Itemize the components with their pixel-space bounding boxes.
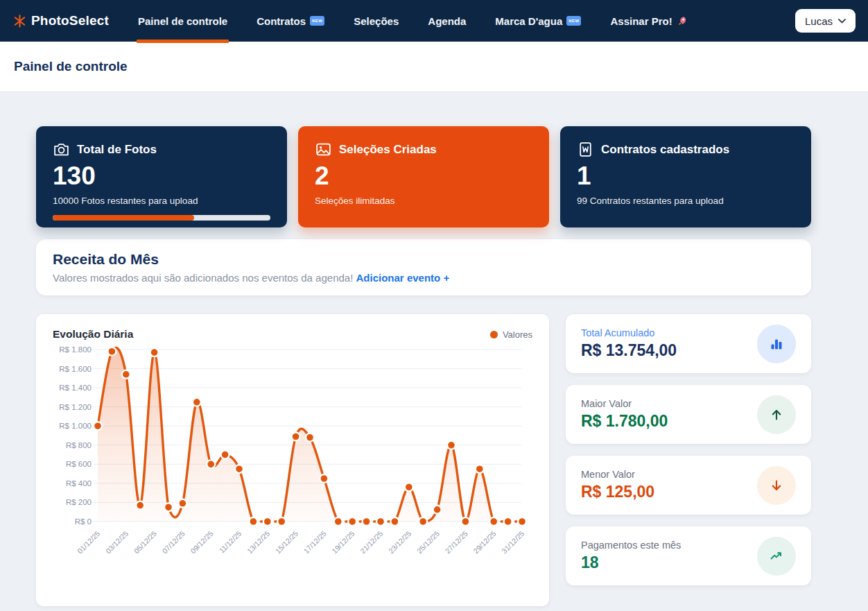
svg-text:21/12/25: 21/12/25 — [358, 529, 384, 555]
highest-value-card: Maior Valor R$ 1.780,00 — [566, 385, 811, 444]
nav-item-selecoes[interactable]: Seleções — [354, 0, 399, 42]
arrow-up-icon — [757, 395, 796, 434]
summary-value: 18 — [581, 553, 681, 572]
svg-text:05/12/25: 05/12/25 — [132, 529, 158, 555]
svg-text:R$ 600: R$ 600 — [66, 460, 92, 468]
stat-subtitle: 10000 Fotos restantes para upload — [53, 196, 270, 206]
chart-title: Evolução Diária — [53, 328, 133, 341]
payments-this-month-card: Pagamentos este mês 18 — [566, 526, 811, 585]
stat-value: 130 — [53, 162, 270, 191]
add-event-link[interactable]: Adicionar evento + — [356, 272, 450, 284]
svg-text:07/12/25: 07/12/25 — [160, 529, 186, 555]
nav-items: Painel de controle Contratos NEW Seleçõe… — [138, 0, 687, 42]
svg-text:11/12/25: 11/12/25 — [218, 529, 243, 555]
daily-evolution-chart-card: Evolução Diária Valores R$ 1.800R$ 1.600… — [36, 314, 549, 606]
svg-text:09/12/25: 09/12/25 — [189, 529, 214, 555]
legend-label: Valores — [503, 329, 532, 340]
user-menu-button[interactable]: Lucas — [795, 9, 856, 33]
stat-value: 1 — [577, 162, 795, 191]
total-photos-card: Total de Fotos 130 10000 Fotos restantes… — [36, 126, 287, 227]
lowest-value-card: Menor Valor R$ 125,00 — [566, 456, 811, 515]
contracts-registered-card: Contratos cadastrados 1 99 Contratos res… — [560, 126, 811, 227]
summary-value: R$ 125,00 — [581, 483, 654, 501]
photos-progress-track — [53, 215, 270, 221]
svg-text:17/12/25: 17/12/25 — [302, 529, 327, 555]
rocket-icon — [677, 16, 687, 26]
brand-name: PhotoSelect — [31, 13, 109, 28]
svg-text:R$ 1.200: R$ 1.200 — [59, 403, 92, 411]
nav-item-assinar-pro[interactable]: Assinar Pro! — [610, 0, 686, 42]
summary-label: Maior Valor — [581, 398, 668, 409]
top-navbar: PhotoSelect Painel de controle Contratos… — [0, 0, 868, 42]
svg-text:R$ 200: R$ 200 — [66, 498, 92, 506]
page-title: Painel de controle — [14, 59, 128, 74]
new-badge: NEW — [566, 16, 581, 26]
arrow-down-icon — [757, 466, 796, 505]
photos-progress-fill — [53, 215, 194, 221]
stat-title: Contratos cadastrados — [601, 143, 729, 157]
camera-icon — [53, 141, 70, 158]
svg-text:19/12/25: 19/12/25 — [330, 529, 356, 555]
nav-item-painel[interactable]: Painel de controle — [138, 0, 227, 42]
svg-text:01/12/25: 01/12/25 — [76, 529, 101, 555]
bar-chart-icon — [757, 325, 796, 363]
stat-cards-row: Total de Fotos 130 10000 Fotos restantes… — [36, 126, 811, 227]
svg-text:29/12/25: 29/12/25 — [471, 529, 497, 555]
stat-subtitle: Seleções ilimitadas — [315, 196, 532, 206]
svg-text:R$ 1.600: R$ 1.600 — [59, 365, 92, 373]
svg-text:23/12/25: 23/12/25 — [387, 529, 413, 555]
nav-item-contratos[interactable]: Contratos NEW — [257, 0, 324, 42]
svg-text:15/12/25: 15/12/25 — [274, 529, 300, 555]
chart-legend-valores[interactable]: Valores — [490, 329, 532, 340]
daily-chart-canvas[interactable]: R$ 1.800R$ 1.600R$ 1.400R$ 1.200R$ 1.000… — [53, 341, 532, 582]
summary-label: Menor Valor — [581, 469, 654, 480]
chevron-down-icon — [838, 19, 846, 24]
total-accumulated-card: Total Acumulado R$ 13.754,00 — [566, 314, 811, 373]
svg-text:R$ 0: R$ 0 — [75, 517, 92, 526]
image-icon — [315, 141, 332, 158]
main-row: Evolução Diária Valores R$ 1.800R$ 1.600… — [36, 314, 811, 606]
stat-subtitle: 99 Contratos restantes para upload — [577, 196, 795, 206]
nav-item-marca-dagua[interactable]: Marca D'agua NEW — [495, 0, 581, 42]
svg-text:13/12/25: 13/12/25 — [245, 529, 271, 555]
revenue-subtitle: Valores mostrados aqui são adicionados n… — [53, 272, 795, 284]
nav-item-agenda[interactable]: Agenda — [428, 0, 466, 42]
summary-value: R$ 1.780,00 — [581, 412, 668, 431]
word-document-icon — [577, 141, 594, 158]
user-name: Lucas — [805, 15, 833, 27]
revenue-section: Receita do Mês Valores mostrados aqui sã… — [36, 239, 811, 295]
svg-text:R$ 400: R$ 400 — [66, 479, 92, 488]
svg-text:03/12/25: 03/12/25 — [104, 529, 130, 555]
trending-up-icon — [757, 537, 796, 576]
stat-title: Total de Fotos — [77, 143, 157, 157]
starburst-logo-icon — [12, 14, 27, 28]
summary-label: Pagamentos este mês — [581, 540, 681, 551]
brand-logo[interactable]: PhotoSelect — [12, 13, 109, 28]
svg-text:R$ 1.000: R$ 1.000 — [59, 422, 92, 430]
svg-text:R$ 1.800: R$ 1.800 — [59, 345, 92, 354]
revenue-title: Receita do Mês — [53, 251, 795, 268]
selections-created-card: Seleções Criadas 2 Seleções ilimitadas — [298, 126, 549, 227]
content: Total de Fotos 130 10000 Fotos restantes… — [0, 92, 868, 606]
svg-text:31/12/25: 31/12/25 — [500, 529, 526, 555]
stat-value: 2 — [315, 162, 532, 191]
stat-title: Seleções Criadas — [339, 143, 437, 157]
legend-dot-icon — [490, 331, 498, 338]
summary-value: R$ 13.754,00 — [581, 341, 677, 360]
svg-text:R$ 1.400: R$ 1.400 — [59, 384, 92, 392]
page-header: Painel de controle — [0, 42, 868, 92]
summary-column: Total Acumulado R$ 13.754,00 Maior Valor… — [566, 314, 811, 606]
new-badge: NEW — [310, 16, 324, 26]
summary-label: Total Acumulado — [581, 327, 677, 338]
svg-text:27/12/25: 27/12/25 — [443, 529, 469, 555]
svg-text:25/12/25: 25/12/25 — [415, 529, 441, 555]
svg-text:R$ 800: R$ 800 — [66, 441, 92, 449]
